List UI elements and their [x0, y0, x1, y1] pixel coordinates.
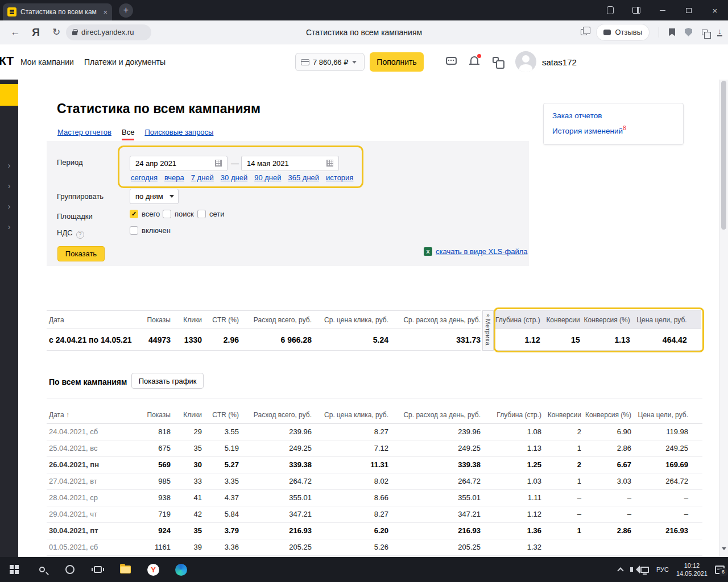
value-cell: 569	[132, 456, 171, 473]
col-header: Клики	[171, 311, 202, 329]
col-header-date-sort[interactable]: Дата ↑	[47, 406, 132, 423]
language-indicator[interactable]: РУС	[656, 566, 669, 573]
downloads-icon[interactable]: ↓	[717, 28, 722, 36]
xls-download[interactable]: X скачать в виде XLS-файла	[424, 247, 528, 256]
value-cell: 39	[171, 539, 202, 555]
platform-option-search[interactable]: поиск	[163, 210, 194, 218]
change-history-link[interactable]: История изменений8	[552, 125, 675, 135]
show-chart-button[interactable]: Показать график	[131, 373, 204, 389]
checkbox-unchecked-icon[interactable]	[163, 210, 171, 218]
cortana-button[interactable]	[56, 557, 84, 582]
site-header: КТ Мои кампании Платежи и документы 7 86…	[0, 44, 728, 80]
taskbar-search-button[interactable]	[28, 557, 56, 582]
value-cell: 1.25	[481, 456, 541, 473]
order-reports-link[interactable]: Заказ отчетов	[552, 111, 675, 120]
page-scrollbar[interactable]	[719, 80, 728, 557]
topup-button[interactable]: Пополнить	[370, 52, 424, 72]
yandex-logo-icon[interactable]: Я	[25, 26, 47, 39]
bell-icon[interactable]	[470, 56, 478, 64]
devices-icon[interactable]	[597, 0, 623, 20]
minimize-button[interactable]	[650, 0, 676, 20]
file-explorer-button[interactable]	[111, 557, 139, 582]
rail-chevron-icon[interactable]: ›	[0, 161, 18, 170]
start-button[interactable]	[0, 557, 28, 582]
link-365-days[interactable]: 365 дней	[288, 173, 320, 182]
collections-icon[interactable]	[702, 30, 708, 35]
apps-icon[interactable]	[493, 57, 499, 63]
chat-icon[interactable]	[446, 57, 457, 65]
link-yesterday[interactable]: вчера	[164, 173, 184, 182]
col-header: Ср. цена клика, руб.	[312, 406, 388, 423]
task-view-button[interactable]	[84, 557, 111, 582]
scrollbar-thumb[interactable]	[721, 81, 726, 230]
show-button[interactable]: Показать	[57, 246, 105, 261]
clock[interactable]: 10:12 14.05.2021	[676, 562, 708, 577]
tab-search-queries[interactable]: Поисковые запросы	[144, 128, 213, 136]
value-cell: 264.72	[239, 473, 312, 489]
rail-chevron-icon[interactable]: ›	[0, 222, 18, 231]
refresh-icon[interactable]: ↻	[47, 26, 66, 38]
side-panel-icon[interactable]	[623, 0, 650, 20]
link-7-days[interactable]: 7 дней	[191, 173, 214, 182]
platform-option-total[interactable]: ✓ всего	[130, 210, 160, 218]
nav-my-campaigns[interactable]: Мои кампании	[20, 57, 74, 66]
volume-icon[interactable]	[630, 567, 633, 572]
date-from-input[interactable]	[130, 156, 228, 171]
checkbox-unchecked-icon[interactable]	[130, 226, 138, 235]
value-cell: 249.25	[239, 440, 312, 456]
checkbox-unchecked-icon[interactable]	[197, 210, 206, 218]
rail-chevron-icon[interactable]: ›	[0, 181, 18, 190]
value-cell: –	[581, 489, 631, 506]
hidden-icons-chevron-icon[interactable]	[617, 567, 623, 573]
maximize-button[interactable]	[676, 0, 702, 20]
username[interactable]: satas172	[542, 57, 577, 67]
date-cell: 29.04.2021, чт	[47, 506, 132, 522]
avatar[interactable]	[515, 51, 536, 72]
new-tab-button[interactable]: +	[119, 3, 133, 18]
tab-all[interactable]: Все	[122, 128, 134, 136]
value-cell: 464.42	[630, 329, 701, 351]
address-bar[interactable]: direct.yandex.ru	[66, 24, 151, 40]
protect-shield-icon[interactable]	[685, 28, 692, 36]
link-30-days[interactable]: 30 дней	[221, 173, 247, 182]
bookmark-icon[interactable]	[669, 28, 675, 36]
link-90-days[interactable]: 90 дней	[254, 173, 281, 182]
yandex-browser-button[interactable]: Y	[139, 557, 167, 582]
value-cell: 3.03	[581, 473, 631, 489]
value-cell: 30	[171, 456, 202, 473]
back-icon[interactable]: ←	[6, 27, 25, 38]
metrika-expander[interactable]: » Метрика	[482, 310, 494, 351]
rail-chevron-icon[interactable]: ›	[0, 202, 18, 211]
value-cell: 1161	[132, 539, 171, 555]
value-cell: 719	[132, 506, 171, 522]
calendar-icon[interactable]	[215, 160, 222, 167]
close-button[interactable]: ×	[702, 0, 728, 20]
group-select[interactable]: по дням	[130, 189, 179, 204]
scroll-down-icon[interactable]	[722, 547, 726, 552]
link-history[interactable]: история	[326, 173, 353, 182]
xls-download-link[interactable]: скачать в виде XLS-файла	[436, 247, 528, 256]
network-icon[interactable]	[640, 567, 649, 573]
tab-report-wizard[interactable]: Мастер отчетов	[57, 128, 111, 136]
balance-dropdown[interactable]: 7 860,66 ₽	[295, 53, 365, 71]
col-header: Ср. расход за день, руб.	[388, 311, 481, 329]
value-cell: 331.73	[388, 329, 481, 351]
col-header: Цена цели, руб.	[631, 406, 702, 423]
checkbox-checked-icon[interactable]: ✓	[130, 210, 138, 218]
vat-option[interactable]: включен	[130, 226, 171, 235]
value-cell: 5.24	[312, 329, 388, 351]
action-center-icon[interactable]: 6	[715, 566, 725, 574]
date-to-input[interactable]	[241, 156, 339, 171]
share-icon[interactable]	[581, 29, 587, 35]
link-today[interactable]: сегодня	[131, 173, 158, 182]
help-icon[interactable]: ?	[76, 231, 84, 239]
edge-button[interactable]	[167, 557, 195, 582]
tab-close-icon[interactable]: ×	[103, 9, 107, 16]
reviews-button[interactable]: Отзывы	[597, 24, 649, 40]
browser-tab[interactable]: Статистика по всем кам ×	[3, 3, 112, 20]
nav-payments-documents[interactable]: Платежи и документы	[84, 57, 166, 66]
platform-option-networks[interactable]: сети	[197, 210, 225, 218]
col-header: Клики	[171, 406, 202, 423]
table-row: 26.04.2021, пн569305.27339.3811.31339.38…	[47, 456, 702, 473]
calendar-icon[interactable]	[326, 160, 333, 167]
